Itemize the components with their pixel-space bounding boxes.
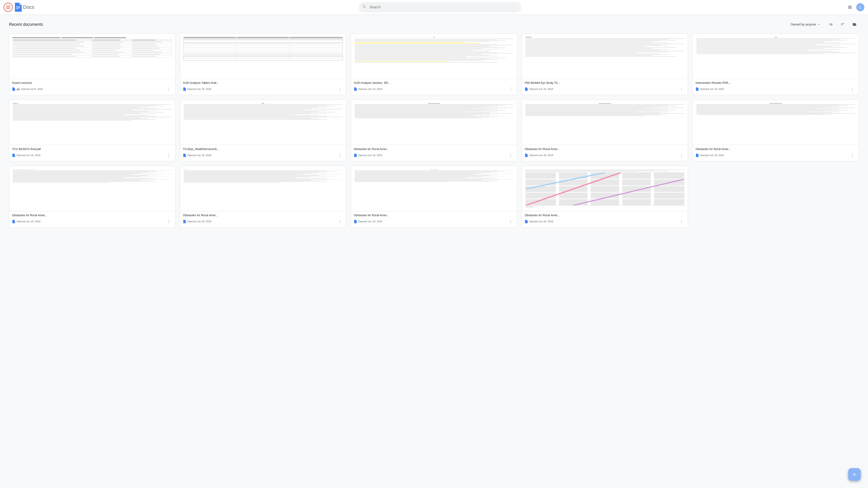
list-view-button[interactable]	[827, 20, 835, 29]
document-more-button[interactable]: ⋮	[507, 152, 514, 159]
doc-meta-left: Opened Jun 18, 2018	[354, 220, 382, 223]
document-info: P60 BeWell Epi Study TC... Opened Jun 19…	[522, 79, 688, 95]
document-info: Guest Lectures Opened Jul 8, 2018 ⋮	[9, 79, 175, 95]
document-card[interactable]: AUD Analysis Tables Draf... Opened Jun 1…	[180, 33, 346, 95]
shared-icon	[17, 87, 20, 91]
document-preview	[180, 34, 346, 79]
document-title: P60 BeWell Epi Study TC...	[525, 81, 685, 85]
document-more-button[interactable]: ⋮	[507, 218, 514, 225]
document-date: Opened Jun 18, 2018	[358, 154, 382, 157]
preview-inner: Obstacles for Rural American Indians	[353, 102, 515, 143]
document-preview: Study Overview	[9, 100, 175, 145]
preview-text: LMBC Urban Indian Project	[353, 168, 515, 209]
docs-file-icon	[183, 220, 186, 223]
docs-logo-icon	[14, 3, 22, 12]
document-card[interactable]: Results	[692, 33, 859, 95]
document-title: Obstacles for Rural Amer...	[183, 214, 343, 217]
header-right: L	[845, 3, 864, 12]
document-meta: Opened Jun 19, 2018 ⋮	[183, 86, 343, 93]
search-icon	[362, 4, 367, 10]
doc-meta-left: Opened Jun 19, 2018	[695, 87, 724, 91]
document-title: Obstacles for Rural Amer...	[525, 214, 685, 217]
document-card[interactable]: Obstacles for Rural American Indians	[692, 100, 859, 161]
document-card[interactable]: Guest Lectures Opened Jul 8, 2018 ⋮	[9, 33, 176, 95]
sort-options-button[interactable]	[838, 20, 847, 29]
document-info: Intervention Results PAR... Opened Jun 1…	[693, 79, 859, 95]
document-more-button[interactable]: ⋮	[336, 218, 343, 225]
svg-rect-0	[16, 6, 20, 7]
document-meta: Opened Jun 18, 2018 ⋮	[354, 152, 514, 159]
docs-file-icon	[525, 153, 528, 157]
document-date: Opened Jun 19, 2018	[700, 88, 724, 90]
document-info: TCUEpi_HealthServiceUti... Opened Jun 19…	[180, 145, 346, 161]
document-date: Opened Jun 19, 2018	[187, 154, 211, 157]
docs-file-icon	[354, 87, 358, 91]
search-container	[359, 2, 521, 12]
preview-text: Obstacles for Rural American Indians	[524, 102, 686, 143]
document-preview: Method	[180, 100, 346, 145]
preview-text: AFFECTING AIMS	[524, 35, 686, 77]
document-title: AUD Analysis Section, SR...	[354, 81, 514, 85]
preview-inner: Service Platforms	[182, 168, 344, 209]
svg-rect-1	[16, 7, 20, 8]
plus-icon	[852, 472, 857, 477]
document-more-button[interactable]: ⋮	[678, 86, 685, 93]
document-more-button[interactable]: ⋮	[165, 218, 173, 225]
docs-file-icon	[354, 153, 358, 157]
document-card[interactable]: Obstacles for Rural American Indians	[351, 100, 517, 161]
document-info: TCU BASICS final.pdf Opened Jun 19, 2018…	[9, 145, 175, 161]
doc-meta-left: Opened Jun 18, 2018	[695, 153, 724, 157]
document-card[interactable]: Obstacles for Rural American Indians See…	[9, 166, 176, 228]
document-more-button[interactable]: ⋮	[849, 152, 856, 159]
preview-inner: Obstacles for Rural American Indians	[694, 102, 857, 143]
document-info: Obstacles for Rural Amer... Opened Jun 1…	[9, 211, 175, 227]
document-preview: Obstacles for Rural American Indians See…	[9, 166, 175, 211]
document-card[interactable]: Study Overview	[9, 100, 176, 161]
document-meta: Opened Jun 18, 2018 ⋮	[354, 218, 514, 225]
document-preview: Service Platforms	[180, 166, 346, 211]
folder-view-button[interactable]	[850, 20, 859, 29]
document-card[interactable]: Service Platforms	[180, 166, 346, 228]
owner-filter-dropdown[interactable]: Owned by anyone	[788, 21, 824, 28]
document-meta: Opened Jun 18, 2018 ⋮	[525, 218, 685, 225]
document-title: Obstacles for Rural Amer...	[354, 147, 514, 151]
document-card[interactable]: Obstacles for Rural American Indians	[522, 100, 688, 161]
menu-button[interactable]	[4, 3, 13, 12]
document-more-button[interactable]: ⋮	[165, 86, 173, 93]
doc-meta-left: Opened Jun 19, 2018	[183, 153, 211, 157]
create-fab[interactable]	[848, 468, 861, 481]
document-date: Opened Jun 18, 2018	[17, 220, 40, 223]
document-card[interactable]: Summary table... Obstacles for Rural Ame…	[522, 166, 688, 228]
document-info: Obstacles for Rural Amer... Opened Jun 1…	[522, 145, 688, 161]
document-more-button[interactable]: ⋮	[678, 218, 685, 225]
doc-meta-left: Opened Jun 18, 2018	[525, 220, 553, 223]
document-card[interactable]: AFFECTING AIMS	[522, 33, 688, 95]
document-preview: Title	[351, 34, 517, 79]
user-avatar[interactable]: L	[856, 3, 864, 11]
document-more-button[interactable]: ⋮	[678, 152, 685, 159]
document-more-button[interactable]: ⋮	[165, 152, 173, 159]
docs-logo-link[interactable]: Docs	[14, 3, 34, 12]
docs-file-icon	[525, 220, 528, 223]
apps-button[interactable]	[845, 3, 855, 12]
document-card[interactable]: Title	[351, 33, 517, 95]
search-input[interactable]	[369, 5, 518, 9]
document-info: Obstacles for Rural Amer... Opened Jun 1…	[180, 211, 346, 227]
preview-text: Results	[694, 35, 857, 77]
document-date: Opened Jun 19, 2018	[17, 154, 40, 157]
document-more-button[interactable]: ⋮	[336, 152, 343, 159]
docs-file-icon	[12, 153, 16, 157]
document-date: Opened Jun 18, 2018	[700, 154, 724, 157]
document-title: Guest Lectures	[12, 81, 173, 85]
document-title: Intervention Results PAR...	[695, 81, 856, 85]
document-more-button[interactable]: ⋮	[507, 86, 514, 93]
document-date: Opened Jun 18, 2018	[529, 220, 553, 223]
document-more-button[interactable]: ⋮	[849, 86, 856, 93]
document-card[interactable]: Method	[180, 100, 346, 161]
docs-file-icon	[12, 220, 16, 223]
chevron-down-icon	[817, 23, 821, 26]
document-more-button[interactable]: ⋮	[336, 86, 343, 93]
document-card[interactable]: LMBC Urban Indian Project	[351, 166, 517, 228]
document-title: Obstacles for Rural Amer...	[12, 214, 173, 217]
list-view-icon	[829, 22, 833, 26]
